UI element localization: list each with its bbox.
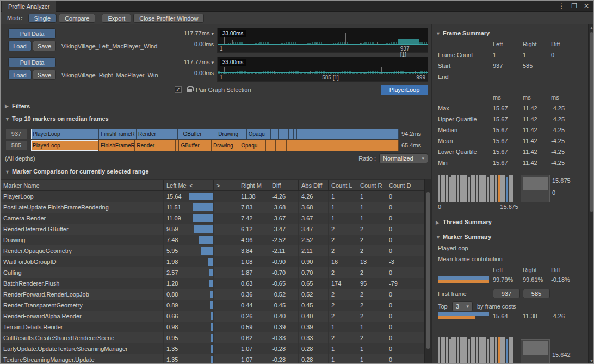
marker-segment-playerloop[interactable]: PlayerLoop xyxy=(31,129,99,139)
marker-segment[interactable] xyxy=(276,140,280,151)
frame-chip-left[interactable]: 937 xyxy=(6,129,27,139)
marker-segment-gbuffer[interactable]: GBuffer xyxy=(179,140,211,151)
marker-segment[interactable] xyxy=(289,129,293,139)
save-button-left[interactable]: Save xyxy=(33,41,56,51)
marker-segment[interactable] xyxy=(266,140,271,151)
summary-panel-scrollbar[interactable]: ▲ ▼ xyxy=(588,24,594,364)
table-row[interactable]: PlayerLoop15.6411.38-4.264.26110 xyxy=(1,191,424,202)
scroll-up-icon[interactable]: ▲ xyxy=(589,26,594,30)
tab-profile-analyzer[interactable]: Profile Analyzer xyxy=(2,1,56,12)
marker-segment-drawing[interactable]: Drawing xyxy=(216,129,246,139)
marker-segment[interactable] xyxy=(176,140,180,151)
marker-segment[interactable] xyxy=(279,129,284,139)
marker-segment-finishframer[interactable]: FinishFrameR xyxy=(99,140,135,151)
cell-right-diff-bar xyxy=(214,224,238,235)
ratio-dropdown[interactable]: Normalized▾ xyxy=(379,153,428,163)
selection-frame-label: 585 [1] xyxy=(322,75,341,81)
marker-segment-render[interactable]: Render xyxy=(137,129,178,139)
histogram-axis-min: 0 xyxy=(438,203,441,210)
column-header-left-me[interactable]: Left Me xyxy=(164,180,189,190)
frame-time-graph-left[interactable]: 33.00ms 1 937 [1] xyxy=(217,28,428,53)
marker-summary-header[interactable]: ▼Marker Summary xyxy=(436,233,491,240)
graph-plot-left[interactable] xyxy=(218,28,428,45)
save-button-right[interactable]: Save xyxy=(33,70,56,80)
scale-max-dropdown-left[interactable]: 117.77ms ▾ xyxy=(172,30,214,36)
scroll-down-icon[interactable]: ▼ xyxy=(589,359,594,363)
column-header--[interactable]: < xyxy=(189,180,214,190)
frame-summary-header[interactable]: ▼Frame Summary xyxy=(436,30,490,36)
table-row[interactable]: EarlyUpdate.UpdateTextureStreamingManage… xyxy=(1,343,424,354)
table-row[interactable]: Terrain.Details.Render0.980.59-0.390.391… xyxy=(1,322,424,332)
mode-compare-button[interactable]: Compare xyxy=(59,14,95,23)
marker-segment-drawing[interactable]: Drawing xyxy=(212,140,239,151)
close-icon[interactable]: ✕ xyxy=(584,2,589,10)
table-row[interactable]: RenderForwardAlpha.Render0.660.26-0.400.… xyxy=(1,311,424,322)
column-header-abs-diff[interactable]: Abs Diff xyxy=(299,180,329,190)
filters-section-header[interactable]: ▶ Filters xyxy=(1,100,431,112)
top-n-dropdown[interactable]: 3▾ xyxy=(452,301,473,311)
marker-segment[interactable] xyxy=(300,129,398,139)
marker-segment-finishframer[interactable]: FinishFrameR xyxy=(99,129,137,139)
table-row[interactable]: RenderDeferred.GBuffer9.596.12-3.473.472… xyxy=(1,224,424,235)
lock-icon[interactable] xyxy=(187,89,192,92)
column-header--[interactable]: > xyxy=(214,180,238,190)
marker-segment[interactable] xyxy=(284,129,289,139)
column-header-right-m[interactable]: Right M xyxy=(238,180,269,190)
table-row[interactable]: BatchRenderer.Flush1.280.63-0.650.651749… xyxy=(1,278,424,289)
column-header-count-l[interactable]: Count L xyxy=(329,180,357,190)
scrollbar-thumb[interactable] xyxy=(590,32,593,212)
menu-icon[interactable]: ⋮ xyxy=(558,2,565,10)
table-row[interactable]: Camera.Render11.097.42-3.673.67110 xyxy=(1,213,424,224)
comparison-section-header[interactable]: ▼Marker Comparison for currently selecte… xyxy=(5,168,148,175)
thread-summary-header[interactable]: ▶Thread Summary xyxy=(436,219,492,225)
selected-marker-chip[interactable]: PlayerLoop xyxy=(381,85,428,95)
column-header-count-d[interactable]: Count D xyxy=(386,180,424,190)
table-row[interactable]: RenderForward.RenderLoopJob0.880.36-0.52… xyxy=(1,289,424,300)
frame-time-graph-right[interactable]: 33.00ms 1 585 [1] 999 xyxy=(217,57,428,82)
column-header-marker-name[interactable]: Marker Name xyxy=(1,180,164,190)
cell-count-diff: 0 xyxy=(386,343,424,354)
frame-chip-right[interactable]: 585 xyxy=(6,141,27,150)
first-frame-right-button[interactable]: 585 xyxy=(523,289,550,298)
comparison-table-scrollbar[interactable] xyxy=(424,179,431,364)
mode-single-button[interactable]: Single xyxy=(28,14,57,23)
maximize-icon[interactable]: ❐ xyxy=(571,2,577,10)
marker-segment[interactable] xyxy=(259,140,266,151)
marker-segment[interactable] xyxy=(287,140,399,151)
marker-segment[interactable] xyxy=(271,140,276,151)
table-row[interactable]: TextureStreamingManager.Update1.351.07-0… xyxy=(1,354,424,364)
table-row[interactable]: Drawing7.484.96-2.522.52220 xyxy=(1,235,424,245)
marker-segment-gbuffer[interactable]: GBuffer xyxy=(181,129,216,139)
scale-max-dropdown-right[interactable]: 117.77ms ▾ xyxy=(172,59,214,65)
pull-data-button-left[interactable]: Pull Data xyxy=(8,28,56,39)
frame-duration-histogram[interactable] xyxy=(438,175,519,202)
marker-segment-render[interactable]: Render xyxy=(135,140,175,151)
table-row[interactable]: CullResults.CreateSharedRendererScene0.9… xyxy=(1,332,424,343)
marker-duration-histogram[interactable] xyxy=(438,337,519,364)
column-header-diff[interactable]: Diff xyxy=(269,180,299,190)
table-row[interactable]: WaitForJobGroupID1.981.08-0.900.901613-3 xyxy=(1,256,424,267)
pull-data-button-right[interactable]: Pull Data xyxy=(8,57,56,67)
marker-segment-opaqu[interactable]: Opaqu xyxy=(247,129,271,139)
marker-segment[interactable] xyxy=(294,129,298,139)
table-row[interactable]: Render.OpaqueGeometry5.953.84-2.112.1122… xyxy=(1,245,424,256)
scrollbar-thumb[interactable] xyxy=(426,192,430,349)
first-frame-left-button[interactable]: 937 xyxy=(493,289,520,298)
column-header-count-r[interactable]: Count R xyxy=(357,180,386,190)
marker-segment-opaqu[interactable]: Opaqu xyxy=(239,140,259,151)
cell-right-median: 7.42 xyxy=(238,213,269,224)
table-row[interactable]: PostLateUpdate.FinishFrameRendering11.51… xyxy=(1,202,424,213)
export-button[interactable]: Export xyxy=(102,14,131,23)
marker-segment[interactable] xyxy=(271,129,279,139)
marker-segment[interactable] xyxy=(178,129,182,139)
pair-graph-selection-checkbox[interactable]: ✓ xyxy=(175,86,182,93)
top10-section-header[interactable]: ▼Top 10 markers on median frames xyxy=(5,115,109,122)
marker-segment-playerloop[interactable]: PlayerLoop xyxy=(31,140,99,151)
load-button-right[interactable]: Load xyxy=(8,70,32,80)
graph-plot-right[interactable] xyxy=(218,57,428,74)
table-row[interactable]: Render.TransparentGeometry0.890.44-0.450… xyxy=(1,300,424,311)
load-button-left[interactable]: Load xyxy=(8,41,32,51)
table-row[interactable]: Culling2.571.87-0.700.70220 xyxy=(1,267,424,278)
close-profiler-button[interactable]: Close Profiler Window xyxy=(133,14,204,23)
marker-segment[interactable] xyxy=(280,140,284,151)
